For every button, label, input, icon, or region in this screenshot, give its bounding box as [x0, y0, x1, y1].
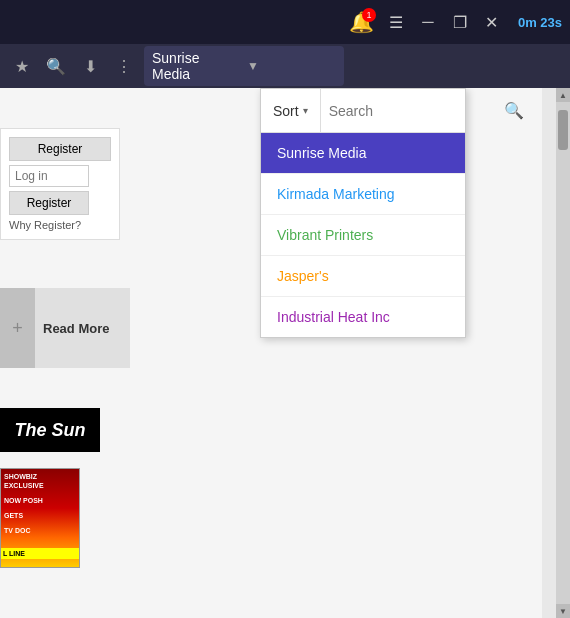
address-bar: ★ 🔍 ⬇ ⋮ Sunrise Media ▼	[0, 44, 570, 88]
site-dropdown: Sort ▾ 🔍 Sunrise Media Kirmada Marketing…	[260, 88, 466, 338]
mag-headline3: TV DOC	[1, 523, 79, 538]
sort-label: Sort	[273, 103, 299, 119]
dropdown-item-label: Industrial Heat Inc	[277, 309, 390, 325]
notification-badge: 1	[362, 8, 376, 22]
star-button[interactable]: ★	[8, 52, 36, 80]
login-panel: Register Register Why Register?	[0, 128, 120, 240]
why-register-text: Why Register?	[9, 219, 111, 231]
minimize-button[interactable]: ─	[414, 8, 442, 36]
download-button[interactable]: ⬇	[76, 52, 104, 80]
restore-button[interactable]: ❐	[446, 8, 474, 36]
login-input[interactable]	[9, 165, 89, 187]
dropdown-item-label: Sunrise Media	[277, 145, 367, 161]
mag-headline1: NOW POSH	[1, 493, 79, 508]
sort-search-bar: Sort ▾ 🔍	[261, 89, 465, 133]
scrollbar-thumb[interactable]	[558, 110, 568, 150]
title-bar: 🔔 1 ☰ ─ ❐ ✕ 0m 23s	[0, 0, 570, 44]
site-name: Sunrise Media	[152, 50, 241, 82]
site-chevron: ▼	[247, 59, 336, 73]
timer-badge: 0m 23s	[518, 15, 562, 30]
dropdown-item-sunrise[interactable]: Sunrise Media	[261, 133, 465, 174]
read-more-card[interactable]: + Read More	[0, 288, 130, 368]
magazine-thumbnail: SHOWBIZ EXCLUSIVE NOW POSH GETS TV DOC L…	[0, 468, 80, 568]
plus-icon: +	[0, 288, 35, 368]
notification-bell[interactable]: 🔔 1	[346, 6, 378, 38]
site-selector[interactable]: Sunrise Media ▼	[144, 46, 344, 86]
scroll-up-arrow[interactable]: ▲	[556, 88, 570, 102]
scrollbar[interactable]: ▲ ▼	[556, 88, 570, 618]
dropdown-search-input[interactable]	[329, 103, 504, 119]
content-area: Register Register Why Register? + Read M…	[0, 88, 556, 618]
dropdown-item-kirmada[interactable]: Kirmada Marketing	[261, 174, 465, 215]
main-area: Register Register Why Register? + Read M…	[0, 88, 570, 618]
dropdown-item-vibrant[interactable]: Vibrant Printers	[261, 215, 465, 256]
mag-headline2: GETS	[1, 508, 79, 523]
dropdown-item-jaspers[interactable]: Jasper's	[261, 256, 465, 297]
search-area: 🔍	[321, 89, 532, 133]
scrollbar-track[interactable]	[556, 102, 570, 604]
dropdown-item-label: Jasper's	[277, 268, 329, 284]
register-top-button[interactable]: Register	[9, 137, 111, 161]
sun-banner: The Sun	[0, 408, 100, 452]
menu-button[interactable]: ☰	[382, 8, 410, 36]
more-button[interactable]: ⋮	[110, 52, 138, 80]
sort-button[interactable]: Sort ▾	[261, 89, 321, 133]
dropdown-search-button[interactable]: 🔍	[504, 101, 524, 120]
dropdown-item-industrial[interactable]: Industrial Heat Inc	[261, 297, 465, 337]
dropdown-item-label: Kirmada Marketing	[277, 186, 395, 202]
search-button[interactable]: 🔍	[42, 52, 70, 80]
scroll-down-arrow[interactable]: ▼	[556, 604, 570, 618]
sort-chevron-icon: ▾	[303, 105, 308, 116]
close-button[interactable]: ✕	[478, 8, 506, 36]
register-bottom-button[interactable]: Register	[9, 191, 89, 215]
mag-bottom-line: L LINE	[1, 548, 79, 559]
mag-exclusive: SHOWBIZ EXCLUSIVE	[1, 469, 79, 493]
search-mag-icon: 🔍	[504, 102, 524, 119]
dropdown-item-label: Vibrant Printers	[277, 227, 373, 243]
read-more-text: Read More	[35, 313, 117, 344]
sun-banner-text: The Sun	[15, 420, 86, 441]
search-address-icon: 🔍	[46, 57, 66, 76]
